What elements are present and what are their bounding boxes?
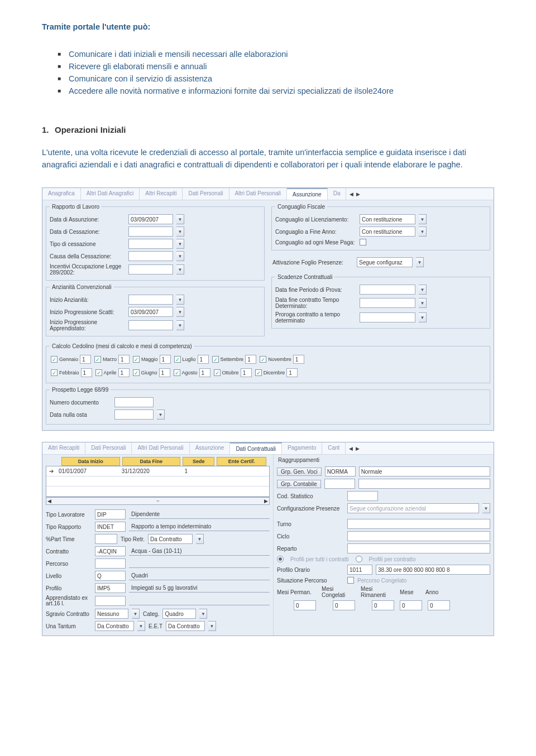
causa-cessazione-input[interactable]: [128, 251, 173, 261]
scroll-left-icon[interactable]: ◀: [47, 498, 51, 504]
radio-profili-tutti[interactable]: [277, 556, 284, 562]
month-checkbox[interactable]: ✓: [174, 356, 181, 363]
month-value[interactable]: 1: [160, 355, 171, 364]
month-checkbox[interactable]: ✓: [133, 369, 140, 376]
dropdown-icon[interactable]: ▼: [176, 307, 184, 317]
dropdown-icon[interactable]: ▼: [157, 410, 165, 420]
periods-grid[interactable]: ➔ 01/01/2007 31/12/2020 1: [46, 466, 270, 497]
month-checkbox[interactable]: ✓: [95, 369, 102, 376]
month-checkbox[interactable]: ✓: [133, 356, 140, 363]
tab-scroll-right-icon[interactable]: ▶: [355, 445, 360, 452]
grp-contabile-code[interactable]: [324, 479, 355, 489]
month-value[interactable]: 1: [159, 368, 170, 377]
dropdown-icon[interactable]: ▼: [176, 295, 184, 305]
numero-documento-input[interactable]: [114, 397, 154, 407]
percorso-input[interactable]: [95, 558, 126, 569]
conguaglio-fineanno-input[interactable]: Con restituzione: [360, 227, 415, 237]
tab-dati-contrattuali[interactable]: Dati Contrattuali: [230, 442, 282, 454]
configurazione-presenze-input[interactable]: Segue configurazione aziendal: [347, 503, 479, 513]
sgravio-input[interactable]: Nessuno: [95, 609, 128, 619]
dropdown-icon[interactable]: ▼: [176, 239, 184, 249]
foglio-presenze-input[interactable]: Segue configuraz: [357, 257, 413, 267]
radio-profili-contratto[interactable]: [356, 556, 362, 562]
dropdown-icon[interactable]: ▼: [176, 227, 184, 237]
dropdown-icon[interactable]: ▼: [419, 298, 427, 308]
dropdown-icon[interactable]: ▼: [419, 312, 427, 322]
tab-altri-dati-personali[interactable]: Altri Dati Personali: [132, 442, 189, 454]
conguaglio-licenziamento-input[interactable]: Con restituzione: [360, 214, 415, 224]
ciclo-input[interactable]: [347, 531, 490, 541]
month-checkbox[interactable]: ✓: [51, 369, 58, 376]
eet-input[interactable]: Da Contratto: [166, 621, 205, 631]
tipo-rapporto-code[interactable]: INDET: [95, 522, 126, 532]
fine-tempodet-input[interactable]: [360, 298, 415, 308]
month-checkbox[interactable]: ✓: [260, 356, 266, 363]
dropdown-icon[interactable]: ▼: [419, 227, 427, 237]
dropdown-icon[interactable]: ▼: [416, 257, 424, 267]
una-tantum-input[interactable]: Da Contratto: [95, 621, 134, 631]
month-checkbox[interactable]: ✓: [214, 369, 221, 376]
tab-anagrafica[interactable]: Anagrafica: [42, 188, 81, 200]
dropdown-icon[interactable]: ▼: [419, 214, 427, 224]
grp-voci-code[interactable]: NORMA: [325, 466, 356, 476]
month-value[interactable]: 1: [293, 355, 304, 364]
contratto-code[interactable]: -ACQIN: [95, 546, 126, 556]
table-row[interactable]: ➔ 01/01/2007 31/12/2020 1: [46, 466, 269, 476]
month-value[interactable]: 1: [118, 355, 130, 364]
progressione-apprendistato-input[interactable]: [128, 320, 173, 330]
tab-altri-recapiti[interactable]: Altri Recapiti: [42, 442, 85, 454]
data-cessazione-input[interactable]: [128, 227, 173, 237]
fine-prova-input[interactable]: [360, 285, 415, 295]
grp-gen-voci-button[interactable]: Grp. Gen. Voci: [277, 468, 322, 476]
reparto-input[interactable]: [347, 543, 490, 553]
tab-altri-dati-personali[interactable]: Altri Dati Personali: [229, 188, 287, 200]
tab-truncated[interactable]: Cant: [322, 442, 346, 454]
tab-dati-personali[interactable]: Dati Personali: [85, 442, 132, 454]
dropdown-icon[interactable]: ▼: [419, 285, 427, 295]
categ-input[interactable]: Quadro: [162, 609, 196, 619]
dropdown-icon[interactable]: ▼: [137, 621, 145, 631]
tipo-cessazione-input[interactable]: [128, 239, 173, 249]
month-checkbox[interactable]: ✓: [255, 369, 262, 376]
proroga-input[interactable]: [360, 312, 415, 322]
parttime-input[interactable]: [95, 534, 117, 544]
incentivi-input[interactable]: [128, 264, 173, 275]
month-checkbox[interactable]: ✓: [94, 356, 101, 363]
progressione-scatti-input[interactable]: 03/09/2007: [128, 307, 173, 317]
inizio-anzianita-input[interactable]: [128, 295, 173, 305]
dropdown-icon[interactable]: ▼: [199, 609, 207, 619]
profilo-code[interactable]: IMP5: [95, 583, 126, 593]
percorso-congelato-checkbox[interactable]: [347, 577, 354, 584]
month-value[interactable]: 1: [81, 368, 92, 377]
dropdown-icon[interactable]: ▼: [482, 503, 490, 513]
tab-truncated[interactable]: Da: [328, 188, 347, 200]
month-value[interactable]: 1: [241, 368, 252, 377]
scroll-right-icon[interactable]: ▶: [264, 498, 268, 504]
tab-scroll-right-icon[interactable]: ▶: [355, 191, 361, 198]
month-value[interactable]: 1: [245, 355, 256, 364]
turno-input[interactable]: [347, 519, 490, 529]
month-value[interactable]: 1: [198, 355, 209, 364]
dropdown-icon[interactable]: ▼: [208, 621, 216, 631]
dropdown-icon[interactable]: ▼: [196, 534, 204, 544]
profilo-orario-code[interactable]: 1011: [347, 565, 372, 575]
table-row[interactable]: [46, 476, 269, 487]
month-value[interactable]: 1: [286, 368, 298, 377]
month-checkbox[interactable]: ✓: [212, 356, 219, 363]
tab-dati-personali[interactable]: Dati Personali: [183, 188, 229, 200]
row-selector-icon[interactable]: ➔: [46, 468, 56, 474]
dropdown-icon[interactable]: ▼: [176, 320, 184, 330]
dropdown-icon[interactable]: ▼: [176, 264, 184, 275]
tab-assunzione[interactable]: Assunzione: [190, 442, 231, 454]
grid-scrollbar[interactable]: ◀⎓▶: [46, 497, 270, 505]
month-checkbox[interactable]: ✓: [174, 369, 180, 376]
conguaglio-mesepaga-checkbox[interactable]: [360, 239, 366, 245]
tab-altri-dati-anagrafici[interactable]: Altri Dati Anagrafici: [81, 188, 140, 200]
apprendistato-input[interactable]: [95, 596, 126, 606]
table-row[interactable]: [46, 487, 269, 497]
month-value[interactable]: 1: [199, 368, 210, 377]
tab-scroll-left-icon[interactable]: ◀: [348, 445, 353, 452]
tab-assunzione[interactable]: Assunzione: [287, 188, 328, 200]
tab-altri-recapiti[interactable]: Altri Recapiti: [140, 188, 183, 200]
dropdown-icon[interactable]: ▼: [176, 214, 184, 224]
